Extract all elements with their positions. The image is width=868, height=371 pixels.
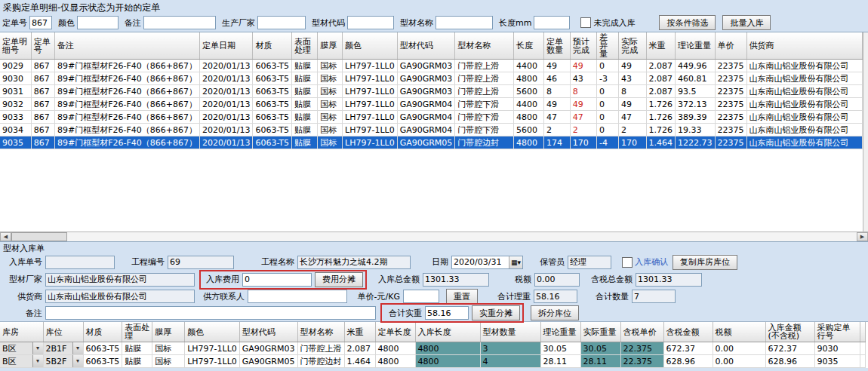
total-with-tax-input[interactable] (636, 273, 702, 287)
cell[interactable]: 49 (570, 98, 596, 111)
cell[interactable]: LH797-1LL0 (343, 60, 398, 72)
cell[interactable]: 门带腔上滑 (455, 60, 514, 72)
cell[interactable]: GA90GRM03 (397, 85, 455, 98)
cell[interactable]: 4800 (513, 72, 543, 85)
unit-price-input[interactable] (403, 290, 439, 303)
scrollbar-thumb[interactable] (11, 232, 67, 241)
cell[interactable]: GA90GRM05 (239, 355, 297, 368)
cell[interactable]: LH797-1LL0 (185, 342, 240, 355)
fee-input[interactable] (242, 273, 312, 287)
cell[interactable]: GA90GRM03 (239, 342, 297, 355)
cell[interactable]: 2.087 (646, 85, 676, 98)
cell[interactable]: 389.39 (676, 111, 716, 124)
cell[interactable]: 9032 (0, 98, 31, 111)
cell[interactable]: -4 (597, 136, 619, 149)
cell[interactable]: GA90GRM04 (397, 124, 455, 136)
vertical-scrollbar[interactable] (863, 32, 868, 231)
cell[interactable]: 2 (570, 124, 596, 136)
cell[interactable]: 867 (31, 85, 54, 98)
order-row[interactable]: 903586789#门框型材F26-F40（866+867）2020/01/13… (0, 136, 862, 149)
cell[interactable]: 6063-T5 (253, 60, 292, 72)
cell[interactable]: 国标 (318, 72, 343, 85)
cell[interactable]: 门带腔下滑 (455, 124, 514, 136)
cell[interactable]: 门带腔下滑 (455, 98, 514, 111)
cell[interactable]: 门带腔上滑 (455, 72, 514, 85)
cell[interactable]: 89#门框型材F26-F40（866+867） (54, 136, 199, 149)
cell[interactable]: 93.5 (676, 85, 716, 98)
cell[interactable]: GA90GRM03 (397, 72, 455, 85)
cell[interactable]: 贴膜 (292, 85, 318, 98)
keeper-input[interactable] (568, 256, 611, 269)
cell[interactable]: 30.05 (580, 342, 620, 355)
cell[interactable]: 8 (570, 85, 596, 98)
cell[interactable]: 0 (597, 85, 619, 98)
cell[interactable]: 门带腔上滑 (455, 85, 514, 98)
column-header[interactable]: 长度 (513, 32, 543, 60)
dropdown-arrow-icon[interactable]: ▾ (72, 342, 83, 354)
cell[interactable]: 9034 (0, 124, 31, 136)
cell[interactable]: 9031 (0, 85, 31, 98)
cell[interactable]: 89#门框型材F26-F40（866+867） (54, 60, 199, 72)
column-header[interactable]: 定单号 (31, 32, 54, 60)
cell[interactable]: 628.96 (765, 355, 814, 368)
order-row[interactable]: 903286789#门框型材F26-F40（866+867）2020/01/13… (0, 98, 862, 111)
profile-code-filter-input[interactable] (347, 16, 394, 29)
cell[interactable]: 19.33 (676, 124, 716, 136)
cell[interactable]: 6063-T5 (253, 98, 292, 111)
cell[interactable]: 国标 (318, 124, 343, 136)
cell[interactable]: 0.00 (713, 355, 765, 368)
split-location-button[interactable]: 拆分库位 (531, 305, 579, 320)
cell[interactable]: 国标 (318, 98, 343, 111)
order-row[interactable]: 903186789#门框型材F26-F40（866+867）2020/01/13… (0, 85, 862, 98)
cell[interactable]: GA90GRM05 (397, 136, 455, 149)
cell[interactable]: LH797-1LL0 (343, 72, 398, 85)
cell[interactable]: 门带腔边封 (455, 136, 514, 149)
cell[interactable]: 国标 (318, 60, 343, 72)
column-header[interactable]: 定单明细号 (0, 32, 31, 60)
cell[interactable]: 22375 (715, 124, 746, 136)
cell[interactable]: 49 (544, 98, 571, 111)
cell[interactable]: 贴膜 (122, 342, 152, 355)
cell[interactable]: 9033 (0, 111, 31, 124)
cell[interactable]: 460.81 (676, 72, 716, 85)
cell[interactable]: B区▾ (0, 355, 43, 368)
column-header[interactable]: 表面处理 (292, 32, 318, 60)
cell[interactable]: 3 (480, 342, 540, 355)
fee-share-button[interactable]: 费用分摊 (315, 272, 363, 287)
column-header[interactable]: 米重 (344, 322, 375, 342)
cell[interactable]: 1.726 (646, 98, 676, 111)
reset-button[interactable]: 重置 (446, 289, 478, 304)
inbound-row[interactable]: B区▾5B2F▾6063-T5贴膜国标LH797-1LL0GA90GRM05门带… (0, 355, 865, 368)
cell[interactable]: -3 (597, 72, 619, 85)
cell[interactable]: 贴膜 (292, 111, 318, 124)
profile-name-filter-input[interactable] (436, 16, 493, 29)
total-actual-input[interactable] (425, 306, 469, 320)
column-header[interactable]: 供货商 (746, 32, 862, 60)
cell[interactable]: 4400 (513, 98, 543, 111)
cell[interactable]: 贴膜 (292, 98, 318, 111)
cell[interactable]: 4800 (375, 355, 415, 368)
cell[interactable]: 1.726 (646, 124, 676, 136)
cell[interactable]: 山东南山铝业股份有限公司 (746, 72, 862, 85)
cell[interactable]: 46 (544, 72, 571, 85)
cell[interactable]: 6063-T5 (253, 136, 292, 149)
cell[interactable]: 170 (618, 136, 646, 149)
column-header[interactable]: 理论重量 (540, 322, 580, 342)
cell[interactable]: 6063-T5 (253, 111, 292, 124)
cell[interactable]: B区▾ (0, 342, 43, 355)
dropdown-arrow-icon[interactable]: ▾ (32, 355, 43, 367)
column-header[interactable]: 税额 (713, 322, 765, 342)
cell[interactable]: 2 (618, 124, 646, 136)
cell[interactable]: 22.375 (620, 355, 663, 368)
cell[interactable]: 贴膜 (292, 60, 318, 72)
cell[interactable]: 49 (618, 60, 646, 72)
order-row[interactable]: 903386789#门框型材F26-F40（866+867）2020/01/13… (0, 111, 862, 124)
project-name-input[interactable] (297, 256, 411, 269)
column-header[interactable]: 定单长度 (375, 322, 415, 342)
cell[interactable]: 门带腔边封 (297, 355, 344, 368)
column-header[interactable]: 膜厚 (152, 322, 185, 342)
copy-location-button[interactable]: 复制库房库位 (673, 255, 737, 270)
cell[interactable]: 2020/01/13 (199, 98, 252, 111)
column-header[interactable]: 实际完成 (618, 32, 646, 60)
length-filter-input[interactable] (534, 16, 570, 29)
